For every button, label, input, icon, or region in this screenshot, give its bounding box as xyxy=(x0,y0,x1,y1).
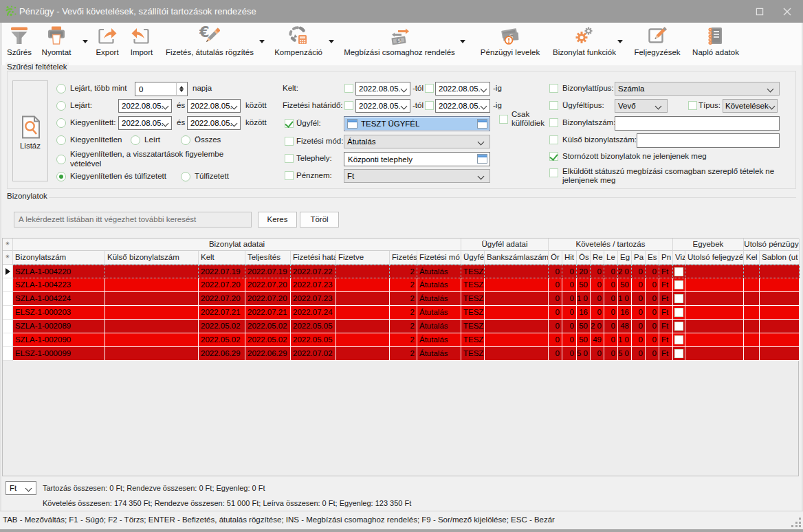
spinner-up-icon[interactable] xyxy=(179,86,184,89)
cell-eg[interactable]: 2 0 xyxy=(618,265,632,278)
cell-kel[interactable] xyxy=(744,347,760,361)
cell--gyf-[interactable]: TESZT xyxy=(461,333,485,347)
radio-kiegyenlitetlen-visszatartas[interactable] xyxy=(56,155,66,164)
cell-viz[interactable] xyxy=(673,265,685,278)
cell-fizet-si-m-[interactable]: Átutalás xyxy=(417,292,461,306)
toolbar-button-10[interactable]: Feljegyzések xyxy=(629,25,685,64)
cell-re[interactable]: 0 xyxy=(591,292,604,306)
cell-kel[interactable] xyxy=(744,265,760,278)
checkbox-hatarido-from[interactable] xyxy=(344,101,353,110)
grid-column-header-6[interactable]: Fizetve xyxy=(336,251,390,265)
row-selector-cell[interactable] xyxy=(3,292,13,306)
cell-utols-feljegyz-[interactable] xyxy=(685,292,744,306)
toolbar-dropdown-caret-icon[interactable] xyxy=(329,40,334,43)
chevron-down-icon[interactable] xyxy=(656,104,661,109)
cell-kelt[interactable]: 2022.07.20 xyxy=(199,278,245,292)
cell-fizet-si-hat-[interactable]: 2022.07.22 xyxy=(291,265,336,278)
toolbar-button-11[interactable]: Napló adatok xyxy=(688,25,744,64)
cell-kelt[interactable]: 2022.07.19 xyxy=(199,265,245,278)
toolbar-dropdown-caret-icon[interactable] xyxy=(82,40,88,43)
table-row[interactable]: ELSZ-1-0000992022.06.292022.06.292022.07… xyxy=(3,347,799,361)
chevron-down-icon[interactable] xyxy=(769,104,775,109)
cell-sablon-ut[interactable] xyxy=(760,320,800,333)
grid-column-header-23[interactable]: Sablon (ut xyxy=(760,251,800,265)
cell-es[interactable]: 0 xyxy=(646,320,659,333)
chevron-down-icon[interactable] xyxy=(163,121,168,126)
cell-pn[interactable]: Ft xyxy=(659,265,673,278)
radio-kiegyenlitetlen[interactable] xyxy=(56,135,66,145)
cell-utols-feljegyz-[interactable] xyxy=(685,333,744,347)
cell-re[interactable]: 0 xyxy=(591,347,604,361)
cell-kelt[interactable]: 2022.05.02 xyxy=(199,333,245,347)
hatarido-to-combo[interactable]: 2022.08.05. xyxy=(435,99,490,113)
cell-bizonylatsz-m[interactable]: SZLA-1-004224 xyxy=(13,292,105,306)
cell-viz[interactable] xyxy=(673,320,685,333)
cell-kel[interactable] xyxy=(744,320,760,333)
grid-column-header-16[interactable]: Eg xyxy=(618,251,632,265)
cell-bizonylatsz-m[interactable]: SZLA-1-004220 xyxy=(13,265,105,278)
chevron-down-icon[interactable] xyxy=(478,140,484,145)
cell-fizet-si-m-[interactable]: Átutalás xyxy=(417,320,461,333)
cell-pa[interactable]: 0 xyxy=(632,278,646,292)
cell-banksz-mlasz-m[interactable] xyxy=(485,292,549,306)
row-selector-cell[interactable] xyxy=(3,306,13,320)
cell--gyf-[interactable]: TESZT xyxy=(461,306,485,320)
cell-viz[interactable] xyxy=(673,278,685,292)
grid-column-header-11[interactable]: Ör xyxy=(549,251,562,265)
cell--s[interactable]: 20 xyxy=(577,265,591,278)
cell-fizet-si-hat-[interactable]: 2022.07.23 xyxy=(291,278,336,292)
cell-pn[interactable]: Ft xyxy=(659,278,673,292)
cell-fizet-si-m-[interactable]: Átutalás xyxy=(417,333,461,347)
cell--r[interactable]: 0 xyxy=(549,320,562,333)
cell-es[interactable]: 0 xyxy=(646,292,659,306)
viz-checkbox[interactable] xyxy=(674,280,683,289)
cell-banksz-mlasz-m[interactable] xyxy=(485,306,549,320)
cell-kel[interactable] xyxy=(744,278,760,292)
cell--s[interactable]: 16 xyxy=(577,306,591,320)
cell-fizet-si-m[interactable]: 2 xyxy=(390,265,417,278)
row-selector-cell[interactable] xyxy=(3,278,13,292)
cell-banksz-mlasz-m[interactable] xyxy=(485,265,549,278)
cell-es[interactable]: 0 xyxy=(646,278,659,292)
cell-sablon-ut[interactable] xyxy=(760,265,800,278)
table-row[interactable]: SZLA-1-0042242022.07.202022.07.202022.07… xyxy=(3,292,799,306)
cell-pa[interactable]: 0 xyxy=(632,333,646,347)
toolbar-button-1[interactable]: Szűrés xyxy=(3,25,35,64)
cell-viz[interactable] xyxy=(673,292,685,306)
cell-eg[interactable]: 1 0 xyxy=(618,292,632,306)
radio-kiegyenlitett[interactable] xyxy=(56,118,66,128)
checkbox-hatarido-to[interactable] xyxy=(425,101,434,110)
cell-hit[interactable]: 0 xyxy=(562,320,577,333)
cell-hit[interactable]: 0 xyxy=(562,333,577,347)
cell-fizet-si-m-[interactable]: Átutalás xyxy=(417,347,461,361)
cell-re[interactable]: 0 xyxy=(591,265,604,278)
cell-k-ls-bizonylatsz-m[interactable] xyxy=(105,333,199,347)
cell-k-ls-bizonylatsz-m[interactable] xyxy=(105,347,199,361)
cell-k-ls-bizonylatsz-m[interactable] xyxy=(105,306,199,320)
grid-column-header-1[interactable]: Bizonylatszám xyxy=(13,251,105,265)
cell-le[interactable]: 0 xyxy=(604,333,618,347)
cell-fizet-si-m-[interactable]: Átutalás xyxy=(417,278,461,292)
cell-banksz-mlasz-m[interactable] xyxy=(485,333,549,347)
cell-bizonylatsz-m[interactable]: SZLA-1-002090 xyxy=(13,333,105,347)
spinner-down-icon[interactable] xyxy=(179,89,184,92)
close-button[interactable] xyxy=(776,0,799,23)
grid-column-header-15[interactable]: Le xyxy=(604,251,618,265)
cell-fizet-si-m[interactable]: 2 xyxy=(390,278,417,292)
grid-column-header-20[interactable]: Viz xyxy=(673,251,685,265)
kelt-from-combo[interactable]: 2022.08.05. xyxy=(355,82,410,96)
viz-checkbox[interactable] xyxy=(674,335,683,344)
cell-k-ls-bizonylatsz-m[interactable] xyxy=(105,278,199,292)
checkbox-tipus[interactable] xyxy=(688,101,697,110)
checkbox-bizonylattipus[interactable] xyxy=(549,84,558,93)
cell-sablon-ut[interactable] xyxy=(760,333,800,347)
cell-kel[interactable] xyxy=(744,333,760,347)
toolbar-button-7[interactable]: $Megbízási csomaghoz rendelés xyxy=(340,25,459,64)
cell-pa[interactable]: 0 xyxy=(632,292,646,306)
chevron-down-icon[interactable] xyxy=(768,87,773,92)
chevron-down-icon[interactable] xyxy=(232,104,237,109)
checkbox-elkuldott[interactable] xyxy=(549,168,558,177)
cell-teljes-t-s[interactable]: 2022.07.20 xyxy=(245,278,291,292)
cell-kelt[interactable]: 2022.07.21 xyxy=(199,306,245,320)
checkbox-bizonylatszam[interactable] xyxy=(549,118,558,127)
